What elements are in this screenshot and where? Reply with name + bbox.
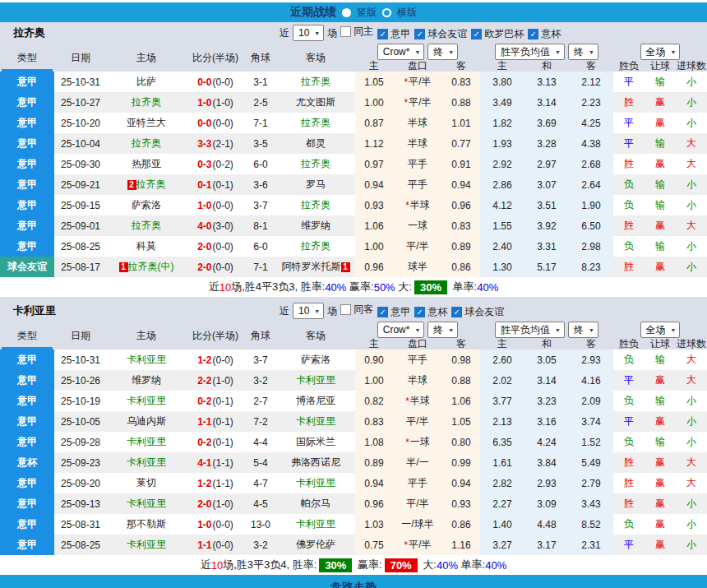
odds-stage-select[interactable]: 终▼ [427,322,458,338]
avg-home-odds: 2.27 [480,493,524,514]
away-team[interactable]: 佛罗伦萨 [276,535,355,555]
avg-odds-select[interactable]: 胜平负均值▼ [495,44,565,60]
away-team[interactable]: 拉齐奥 [276,113,355,133]
odds-away: 1.01 [442,113,480,133]
away-team[interactable]: 拉齐奥 [276,154,355,174]
away-team[interactable]: 卡利亚里 [276,411,355,432]
home-team[interactable]: 那不勒斯 [107,514,186,535]
checkbox-unchecked-icon[interactable] [340,304,351,315]
checkbox-checked-icon[interactable]: ✓ [377,29,388,39]
competition-badge: 意甲 [0,133,54,154]
filter-option[interactable]: 同客 [340,303,373,317]
avg-stage-select[interactable]: 终▼ [568,322,598,338]
result-goals: 大 [676,215,707,236]
away-team[interactable]: 尤文图斯 [276,92,355,113]
home-team[interactable]: 亚特兰大 [107,113,186,133]
home-team[interactable]: 萨索洛 [107,195,186,215]
away-team[interactable]: 弗洛西诺尼 [276,452,355,473]
summary-segment: 40% [477,281,498,294]
odds-company-select[interactable]: Crow*▼ [377,322,425,338]
match-count-select[interactable]: 10 ▼ [293,303,324,319]
odds-stage-select[interactable]: 终▼ [427,44,458,60]
scope-select[interactable]: 全场▼ [640,322,681,338]
fulltime-score: 1-1 [197,416,211,428]
filter-option[interactable]: ✓意杯 [528,27,561,41]
away-team[interactable]: 拉齐奥 [276,195,355,215]
away-team[interactable]: 帕尔马 [276,493,355,514]
avg-draw-odds: 3.17 [524,535,569,555]
filter-option[interactable]: ✓意杯 [414,305,447,319]
checkbox-checked-icon[interactable]: ✓ [414,29,425,39]
away-team[interactable]: 都灵 [276,133,355,154]
home-team[interactable]: 拉齐奥 [107,92,186,113]
checkbox-unchecked-icon[interactable] [340,26,351,37]
away-team[interactable]: 维罗纳 [276,215,355,236]
away-team[interactable]: 博洛尼亚 [276,391,355,411]
home-team[interactable]: 莱切 [107,473,186,493]
checkbox-checked-icon[interactable]: ✓ [528,29,538,39]
home-team[interactable]: 乌迪内斯 [107,411,186,432]
checkbox-checked-icon[interactable]: ✓ [414,307,425,317]
away-team[interactable]: 阿特罗米托斯1 [276,257,355,277]
filter-option[interactable]: ✓欧罗巴杯 [471,27,524,41]
result-handicap: 赢 [645,535,676,555]
fulltime-score: 0-1 [197,179,211,191]
home-team[interactable]: 卡利亚里 [107,350,186,370]
odds-company-select[interactable]: Crow*▼ [377,44,425,60]
sub-header-avg-draw: 和 [524,337,569,351]
home-team-name: 拉齐奥 [132,219,161,233]
col-header-away: 客场 [276,44,355,72]
filter-option[interactable]: ✓意甲 [377,27,410,41]
home-team[interactable]: 卡利亚里 [107,452,186,473]
away-team[interactable]: 卡利亚里 [276,370,355,391]
home-team[interactable]: 科莫 [107,236,186,257]
radio-horizontal[interactable] [382,8,391,17]
match-row: 意甲25-09-15萨索洛1-0(0-0)3-7拉齐奥0.93*半球0.964.… [0,195,707,215]
home-team[interactable]: 拉齐奥 [107,215,186,236]
halftime-score: (0-0) [213,118,233,129]
match-count-select[interactable]: 10 ▼ [293,25,324,41]
home-team[interactable]: 2拉齐奥 [107,174,186,195]
away-team[interactable]: 拉齐奥 [276,236,355,257]
home-team[interactable]: 比萨 [107,72,186,92]
fulltime-score: 0-2 [197,437,211,448]
away-team[interactable]: 卡利亚里 [276,514,355,535]
filter-option[interactable]: 同主 [340,25,373,39]
handicap: 半球 [393,113,442,133]
home-team[interactable]: 热那亚 [107,154,186,174]
away-team[interactable]: 萨索洛 [276,350,355,370]
result-outcome: 平 [613,72,645,92]
checkbox-checked-icon[interactable]: ✓ [451,307,462,317]
filter-option[interactable]: ✓球会友谊 [451,305,504,319]
odds-home: 1.05 [355,72,393,92]
scope-select[interactable]: 全场▼ [640,44,681,60]
home-team[interactable]: 卡利亚里 [107,493,186,514]
radio-vertical-selected[interactable] [342,8,351,17]
sub-header-handicap: 盘口 [393,337,442,351]
match-date: 25-10-20 [54,113,107,133]
halftime-score: (1-1) [213,478,233,489]
home-team[interactable]: 1拉齐奥(中) [107,257,186,277]
home-team[interactable]: 卡利亚里 [107,391,186,411]
away-team[interactable]: 国际米兰 [276,432,355,452]
home-team[interactable]: 维罗纳 [107,370,186,391]
corners: 3-1 [245,72,276,92]
competition-badge: 意甲 [0,154,54,174]
result-handicap: 赢 [645,370,676,391]
result-handicap: 赢 [645,257,676,277]
avg-stage-select[interactable]: 终▼ [568,44,598,60]
away-team[interactable]: 拉齐奥 [276,72,355,92]
away-team[interactable]: 卡利亚里 [276,473,355,493]
away-team[interactable]: 罗马 [276,174,355,195]
filter-option[interactable]: ✓意甲 [377,305,410,319]
home-team[interactable]: 拉齐奥 [107,133,186,154]
avg-odds-select[interactable]: 胜平负均值▼ [495,322,565,338]
filter-option[interactable]: ✓球会友谊 [414,27,467,41]
radio-vertical-label[interactable]: 竖版 [357,6,377,20]
checkbox-checked-icon[interactable]: ✓ [471,29,482,39]
fulltime-score: 1-2 [197,354,211,366]
home-team[interactable]: 卡利亚里 [107,535,186,555]
radio-horizontal-label[interactable]: 横版 [397,6,417,20]
home-team[interactable]: 卡利亚里 [107,432,186,452]
checkbox-checked-icon[interactable]: ✓ [377,307,388,317]
